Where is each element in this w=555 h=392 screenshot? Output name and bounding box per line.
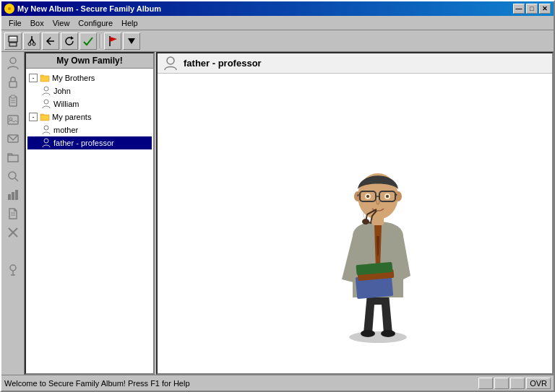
tree-item-brothers-group[interactable]: - My Brothers	[27, 71, 152, 84]
toolbar-separator	[100, 34, 101, 48]
toolbar-print-btn[interactable]	[4, 32, 22, 50]
status-text: Welcome to Secure Family Album! Press F1…	[4, 379, 190, 388]
svg-line-7	[30, 39, 32, 43]
app-icon	[4, 4, 14, 14]
svg-rect-15	[9, 82, 17, 87]
status-right: OVR	[478, 378, 551, 389]
svg-rect-27	[15, 190, 18, 200]
father-label: father - professor	[53, 139, 114, 147]
tree-content: - My Brothers	[26, 69, 153, 152]
sidebar-icon-pin[interactable]	[4, 261, 22, 279]
svg-point-68	[362, 219, 369, 225]
brothers-label: My Brothers	[52, 74, 95, 82]
toolbar-cut-btn[interactable]	[23, 32, 40, 50]
svg-rect-3	[9, 43, 17, 46]
svg-marker-12	[110, 37, 117, 42]
sidebar-icon-person[interactable]	[4, 55, 22, 72]
svg-point-1	[8, 7, 11, 10]
svg-rect-25	[8, 194, 11, 200]
toolbar-back-btn[interactable]	[42, 32, 59, 50]
maximize-button[interactable]: □	[526, 4, 538, 14]
tree-item-john[interactable]: John	[27, 84, 152, 97]
svg-marker-13	[128, 38, 135, 44]
svg-rect-17	[11, 95, 15, 98]
parents-folder-icon	[39, 111, 51, 123]
parents-label: My parents	[52, 113, 91, 121]
menu-view[interactable]: View	[48, 17, 74, 29]
svg-point-23	[9, 172, 16, 179]
status-bar: Welcome to Secure Family Album! Press F1…	[1, 375, 554, 391]
toolbar-refresh-btn[interactable]	[61, 32, 78, 50]
toolbar-dropdown-btn[interactable]	[123, 32, 140, 50]
svg-point-43	[361, 330, 375, 337]
svg-point-41	[167, 57, 174, 64]
svg-rect-4	[10, 37, 16, 38]
content-body	[158, 74, 552, 373]
status-panel-3	[510, 378, 525, 389]
menu-configure[interactable]: Configure	[74, 17, 117, 29]
john-person-icon	[40, 85, 52, 97]
content-header: father - professor	[158, 53, 552, 74]
status-panel-ovr: OVR	[526, 378, 551, 389]
menu-help[interactable]: Help	[117, 17, 142, 29]
sidebar-icons	[1, 52, 25, 375]
sidebar-icon-folder[interactable]	[4, 149, 22, 166]
sidebar-icon-clipboard[interactable]	[4, 92, 22, 110]
main-window: My New Album - Secure Family Album — □ ✕…	[0, 0, 555, 392]
status-panel-1	[478, 378, 493, 389]
parents-expand[interactable]: -	[29, 113, 38, 121]
svg-point-6	[33, 43, 35, 45]
brothers-folder-icon	[39, 72, 51, 84]
svg-point-37	[44, 87, 48, 91]
sidebar-icon-lock[interactable]	[4, 74, 22, 91]
svg-point-67	[386, 195, 389, 198]
sidebar-icon-image[interactable]	[4, 111, 22, 129]
tree-item-mother[interactable]: mother	[27, 123, 152, 136]
content-title: father - professor	[184, 58, 262, 69]
william-person-icon	[40, 98, 52, 110]
sidebar-icon-envelope[interactable]	[4, 130, 22, 147]
window-title: My New Album - Secure Family Album	[17, 4, 161, 13]
tree-item-william[interactable]: William	[27, 97, 152, 110]
mother-label: mother	[53, 126, 78, 134]
toolbar	[1, 30, 554, 52]
toolbar-flag-btn[interactable]	[104, 32, 121, 50]
professor-figure	[320, 142, 436, 344]
content-panel: father - professor	[156, 52, 554, 375]
main-area: My Own Family! - My Brothers	[1, 52, 554, 375]
tree-item-father[interactable]: father - professor	[27, 136, 152, 149]
svg-point-40	[44, 139, 48, 143]
svg-rect-26	[12, 192, 14, 200]
svg-point-38	[44, 100, 48, 104]
close-button[interactable]: ✕	[539, 4, 551, 14]
svg-point-66	[366, 195, 369, 198]
minimize-button[interactable]: —	[513, 4, 525, 14]
father-person-icon	[40, 137, 52, 149]
sidebar-icon-x1[interactable]	[4, 224, 22, 241]
svg-point-44	[381, 330, 395, 337]
sidebar-icon-x2[interactable]	[4, 243, 22, 260]
sidebar-icon-chart[interactable]	[4, 186, 22, 204]
john-label: John	[53, 87, 71, 95]
svg-point-39	[44, 126, 48, 130]
svg-line-8	[32, 39, 34, 43]
menu-box[interactable]: Box	[26, 17, 48, 29]
william-label: William	[53, 100, 79, 108]
svg-point-5	[28, 43, 31, 45]
mother-person-icon	[40, 124, 52, 136]
svg-point-34	[10, 265, 16, 271]
toolbar-check-btn[interactable]	[79, 32, 97, 50]
brothers-expand[interactable]: -	[29, 74, 38, 82]
tree-item-parents-group[interactable]: - My parents	[27, 110, 152, 123]
tree-header: My Own Family!	[26, 53, 153, 69]
title-bar: My New Album - Secure Family Album — □ ✕	[1, 1, 554, 16]
svg-line-24	[15, 178, 18, 181]
svg-line-62	[358, 194, 358, 196]
menu-file[interactable]: File	[4, 17, 26, 29]
title-bar-left: My New Album - Secure Family Album	[4, 4, 161, 14]
sidebar-icon-search[interactable]	[4, 167, 22, 185]
svg-marker-10	[71, 36, 74, 40]
title-buttons: — □ ✕	[513, 4, 551, 14]
svg-point-14	[10, 58, 16, 64]
sidebar-icon-document[interactable]	[4, 205, 22, 222]
